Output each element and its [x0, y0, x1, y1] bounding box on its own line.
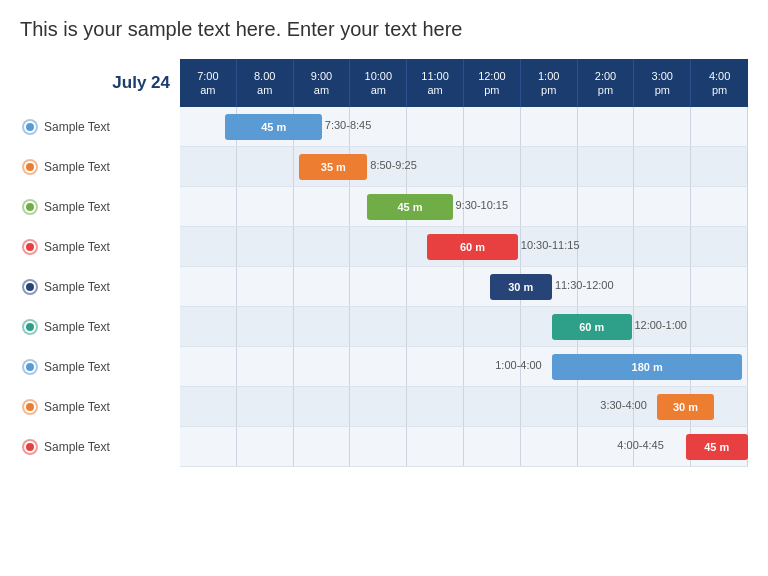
- cell-0-5: [464, 107, 521, 146]
- cell-0-9: [691, 107, 748, 146]
- cell-7-3: [350, 387, 407, 426]
- cell-1-4: [407, 147, 464, 186]
- time-col-7: 2:00pm: [578, 59, 635, 107]
- cell-5-8: [634, 307, 691, 346]
- row-text-4: Sample Text: [44, 280, 110, 294]
- cell-5-2: [294, 307, 351, 346]
- date-label: July 24: [20, 59, 180, 107]
- cell-2-7: [578, 187, 635, 226]
- cell-8-1: [237, 427, 294, 466]
- cell-1-3: [350, 147, 407, 186]
- dot-1: [24, 161, 36, 173]
- cell-3-1: [237, 227, 294, 266]
- time-col-5: 12:00pm: [464, 59, 521, 107]
- cell-0-6: [521, 107, 578, 146]
- cell-0-1: [237, 107, 294, 146]
- cell-4-4: [407, 267, 464, 306]
- cell-5-4: [407, 307, 464, 346]
- cell-8-0: [180, 427, 237, 466]
- cell-6-0: [180, 347, 237, 386]
- cell-6-9: [691, 347, 748, 386]
- cell-2-8: [634, 187, 691, 226]
- cell-0-7: [578, 107, 635, 146]
- cell-7-2: [294, 387, 351, 426]
- cell-8-7: [578, 427, 635, 466]
- cell-2-2: [294, 187, 351, 226]
- cell-7-4: [407, 387, 464, 426]
- cell-3-4: [407, 227, 464, 266]
- row-label-5: Sample Text: [20, 307, 180, 347]
- cell-6-2: [294, 347, 351, 386]
- dot-7: [24, 401, 36, 413]
- cell-0-8: [634, 107, 691, 146]
- cell-1-5: [464, 147, 521, 186]
- row-label-1: Sample Text: [20, 147, 180, 187]
- cell-2-9: [691, 187, 748, 226]
- cell-3-0: [180, 227, 237, 266]
- cell-6-1: [237, 347, 294, 386]
- cell-5-7: [578, 307, 635, 346]
- cell-1-8: [634, 147, 691, 186]
- cell-3-2: [294, 227, 351, 266]
- cell-1-2: [294, 147, 351, 186]
- cell-8-3: [350, 427, 407, 466]
- row-label-4: Sample Text: [20, 267, 180, 307]
- row-text-1: Sample Text: [44, 160, 110, 174]
- left-panel: July 24 Sample TextSample TextSample Tex…: [20, 59, 180, 467]
- gantt-row-7: 30 m3:30-4:00: [180, 387, 748, 427]
- cell-5-0: [180, 307, 237, 346]
- row-label-6: Sample Text: [20, 347, 180, 387]
- cell-8-6: [521, 427, 578, 466]
- gantt-row-2: 45 m9:30-10:15: [180, 187, 748, 227]
- row-text-6: Sample Text: [44, 360, 110, 374]
- gantt-row-8: 45 m4:00-4:45: [180, 427, 748, 467]
- time-col-0: 7:00am: [180, 59, 237, 107]
- timeline-panel: 7:00am8.00am9:00am10:00am11:00am12:00pm1…: [180, 59, 748, 467]
- dot-0: [24, 121, 36, 133]
- cell-3-9: [691, 227, 748, 266]
- cell-3-7: [578, 227, 635, 266]
- page-title: This is your sample text here. Enter you…: [20, 18, 748, 41]
- cell-6-4: [407, 347, 464, 386]
- cell-4-3: [350, 267, 407, 306]
- cell-6-8: [634, 347, 691, 386]
- cell-5-1: [237, 307, 294, 346]
- cell-7-9: [691, 387, 748, 426]
- cell-4-1: [237, 267, 294, 306]
- gantt-rows: 45 m7:30-8:4535 m8:50-9:2545 m9:30-10:15…: [180, 107, 748, 467]
- cell-7-6: [521, 387, 578, 426]
- time-col-2: 9:00am: [294, 59, 351, 107]
- cell-8-5: [464, 427, 521, 466]
- gantt-row-5: 60 m12:00-1:00: [180, 307, 748, 347]
- dot-2: [24, 201, 36, 213]
- row-label-8: Sample Text: [20, 427, 180, 467]
- cell-4-8: [634, 267, 691, 306]
- cell-1-1: [237, 147, 294, 186]
- dot-8: [24, 441, 36, 453]
- cell-7-5: [464, 387, 521, 426]
- cell-7-1: [237, 387, 294, 426]
- dot-3: [24, 241, 36, 253]
- gantt-row-3: 60 m10:30-11:15: [180, 227, 748, 267]
- row-label-2: Sample Text: [20, 187, 180, 227]
- row-label-7: Sample Text: [20, 387, 180, 427]
- cell-8-2: [294, 427, 351, 466]
- cell-1-0: [180, 147, 237, 186]
- cell-2-3: [350, 187, 407, 226]
- cell-5-5: [464, 307, 521, 346]
- cell-6-6: [521, 347, 578, 386]
- time-col-9: 4:00pm: [691, 59, 748, 107]
- cell-6-3: [350, 347, 407, 386]
- cell-8-8: [634, 427, 691, 466]
- cell-0-3: [350, 107, 407, 146]
- cell-2-4: [407, 187, 464, 226]
- cell-2-0: [180, 187, 237, 226]
- cell-0-0: [180, 107, 237, 146]
- time-col-8: 3:00pm: [634, 59, 691, 107]
- cell-7-8: [634, 387, 691, 426]
- cell-1-7: [578, 147, 635, 186]
- time-col-6: 1:00pm: [521, 59, 578, 107]
- row-text-3: Sample Text: [44, 240, 110, 254]
- cell-5-6: [521, 307, 578, 346]
- cell-4-7: [578, 267, 635, 306]
